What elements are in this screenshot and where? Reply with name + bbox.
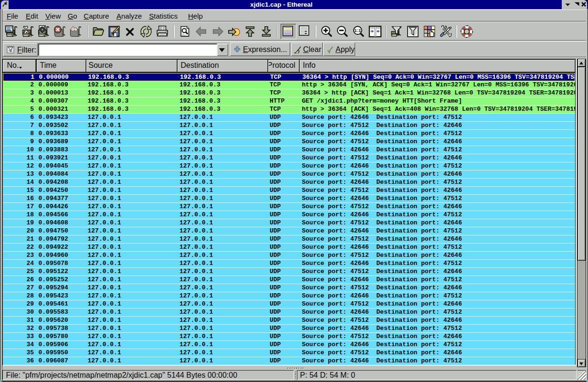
svg-text:1:1: 1:1	[354, 28, 361, 33]
